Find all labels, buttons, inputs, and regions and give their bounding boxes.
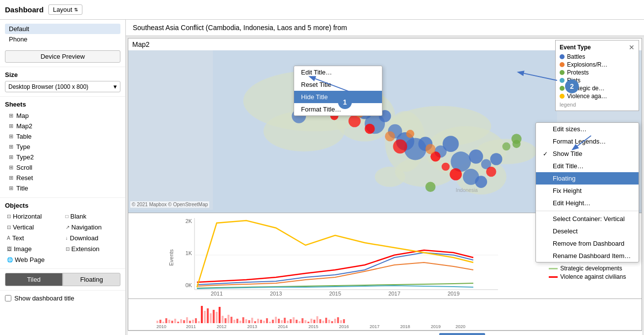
svg-point-42 xyxy=(385,131,395,142)
svg-rect-110 xyxy=(293,317,295,323)
svg-rect-125 xyxy=(337,317,339,323)
svg-point-25 xyxy=(469,149,483,164)
ctx-right-item-deselect[interactable]: Deselect xyxy=(536,225,639,237)
svg-text:2017: 2017 xyxy=(370,324,379,328)
ctx-right-item-fix-height[interactable]: Fix Height xyxy=(536,185,639,197)
sidebar-item-type2[interactable]: ⊞Type2 xyxy=(5,152,120,162)
object-item-download[interactable]: ↓Download xyxy=(64,233,121,243)
obj-label: Horizontal xyxy=(13,213,42,220)
object-item-blank[interactable]: □Blank xyxy=(64,212,121,221)
object-item-vertical[interactable]: ⊡Vertical xyxy=(5,223,62,232)
step-badge-1: 1 xyxy=(338,95,352,109)
legend-event-close[interactable]: ✕ xyxy=(629,43,635,51)
ctx-right-item-show-title[interactable]: ✓Show Title xyxy=(536,148,639,160)
bar-chart-svg: 200 0 xyxy=(155,301,466,328)
object-item-horizontal[interactable]: ⊡Horizontal xyxy=(5,212,62,221)
svg-rect-67 xyxy=(165,318,167,323)
obj-label: Extension xyxy=(72,245,100,253)
sheets-section: Sheets ⊞Map⊞Map2⊞Table⊞Type⊞Type2⊞Scroll… xyxy=(0,96,125,197)
svg-rect-109 xyxy=(290,319,292,323)
sheet-icon: ⊞ xyxy=(9,112,13,119)
obj-icon: ↓ xyxy=(66,235,68,241)
svg-rect-78 xyxy=(198,321,200,323)
svg-rect-94 xyxy=(245,319,247,323)
svg-rect-126 xyxy=(340,320,342,323)
svg-text:2013: 2013 xyxy=(270,291,282,297)
page-title: Southeast Asia Conflict (Cambodia, Indon… xyxy=(126,20,644,36)
device-preview-button[interactable]: Device Preview xyxy=(5,50,120,63)
sidebar: Default Phone Device Preview Size Deskto… xyxy=(0,20,126,335)
ctx-right-item-format-legends-[interactable]: Format Legends… xyxy=(536,135,639,148)
ctx-right-label: Format Legends… xyxy=(553,138,606,145)
obj-icon: ⊡ xyxy=(7,224,11,230)
tiled-button[interactable]: Tiled xyxy=(5,273,63,286)
ctx-right-item-edit-title-[interactable]: Edit Title… xyxy=(536,160,639,172)
obj-label: Navigation xyxy=(72,223,102,231)
layout-label: Layout xyxy=(53,6,72,13)
svg-text:2019: 2019 xyxy=(448,291,459,297)
ctx-title-item-format-title-[interactable]: Format Title… xyxy=(294,103,382,115)
phone-label: Phone xyxy=(9,36,28,43)
sidebar-item-map2[interactable]: ⊞Map2 xyxy=(5,121,120,131)
sidebar-item-scroll[interactable]: ⊞Scroll xyxy=(5,162,120,173)
ctx-title-item-reset-title[interactable]: Reset Title xyxy=(294,78,382,91)
ctx-right-label: Select Container: Vertical xyxy=(553,215,625,223)
legend-event-row: Protests xyxy=(560,69,635,76)
ctx-title-item-edit-title-[interactable]: Edit Title… xyxy=(294,66,382,78)
sidebar-item-reset[interactable]: ⊞Reset xyxy=(5,173,120,183)
ctx-right-label: Rename Dashboard Item… xyxy=(553,252,631,260)
svg-text:Events: Events xyxy=(168,249,174,266)
svg-text:0K: 0K xyxy=(186,282,192,288)
object-item-web-page[interactable]: 🌐Web Page xyxy=(5,255,62,264)
svg-rect-97 xyxy=(254,321,256,323)
svg-rect-82 xyxy=(210,313,212,323)
sidebar-default[interactable]: Default xyxy=(5,24,120,34)
ctx-right-items: Edit sizes…Format Legends…✓Show TitleEdi… xyxy=(536,123,639,262)
map-copyright: © 2021 Mapbox © OpenStreetMap xyxy=(130,201,209,208)
ctx-right-label: Deselect xyxy=(553,227,578,235)
svg-point-27 xyxy=(490,153,502,165)
checkmark-icon: ✓ xyxy=(543,150,550,157)
svg-rect-93 xyxy=(242,317,244,323)
show-title-checkbox[interactable] xyxy=(5,295,11,301)
object-item-image[interactable]: 🖼Image xyxy=(5,244,62,254)
ctx-right-item-edit-sizes-[interactable]: Edit sizes… xyxy=(536,123,639,135)
svg-text:2015: 2015 xyxy=(329,291,341,297)
svg-rect-122 xyxy=(328,320,330,323)
obj-label: Text xyxy=(12,234,24,242)
ctx-right-item-remove-from-dashboard[interactable]: Remove from Dashboard xyxy=(536,237,639,250)
ctx-right-item-floating[interactable]: Floating xyxy=(536,172,639,185)
svg-point-33 xyxy=(365,124,375,134)
svg-rect-107 xyxy=(284,318,286,323)
sidebar-item-map[interactable]: ⊞Map xyxy=(5,111,120,121)
top-bar: Dashboard Layout ⇅ xyxy=(0,0,644,20)
svg-rect-111 xyxy=(296,320,298,323)
object-item-navigation[interactable]: ↗Navigation xyxy=(64,223,121,232)
legend-label: Strategic developments xyxy=(560,265,622,272)
svg-rect-66 xyxy=(162,322,164,323)
ctx-right-label: Floating xyxy=(553,175,575,182)
reset-date-button[interactable]: Reset Date xyxy=(439,333,485,335)
legend-dot xyxy=(560,86,565,91)
size-dropdown[interactable]: Desktop Browser (1000 x 800) ▾ xyxy=(5,81,120,92)
ctx-right-item-edit-height-[interactable]: Edit Height… xyxy=(536,197,639,209)
object-item-extension[interactable]: ⊡Extension xyxy=(64,244,121,254)
layout-dropdown[interactable]: Layout ⇅ xyxy=(48,4,82,15)
sidebar-phone[interactable]: Phone xyxy=(5,34,120,44)
svg-text:2013: 2013 xyxy=(247,324,257,328)
ctx-right-label: Fix Height xyxy=(553,187,582,194)
sheet-label: Type2 xyxy=(16,153,34,161)
ctx-right-item-select-container--vertical[interactable]: Select Container: Vertical xyxy=(536,213,639,225)
default-section: Default Phone xyxy=(0,20,125,48)
svg-text:2017: 2017 xyxy=(388,291,400,297)
svg-rect-73 xyxy=(183,320,185,323)
sidebar-item-type[interactable]: ⊞Type xyxy=(5,142,120,152)
sidebar-item-title[interactable]: ⊞Title xyxy=(5,183,120,193)
sidebar-item-table[interactable]: ⊞Table xyxy=(5,131,120,142)
sheet-label: Table xyxy=(16,133,32,140)
ctx-right-item-rename-dashboard-item-[interactable]: Rename Dashboard Item… xyxy=(536,250,639,262)
legend-dot xyxy=(560,78,565,83)
floating-button[interactable]: Floating xyxy=(63,273,120,286)
sheet-label: Scroll xyxy=(16,164,33,171)
object-item-text[interactable]: AText xyxy=(5,233,62,243)
